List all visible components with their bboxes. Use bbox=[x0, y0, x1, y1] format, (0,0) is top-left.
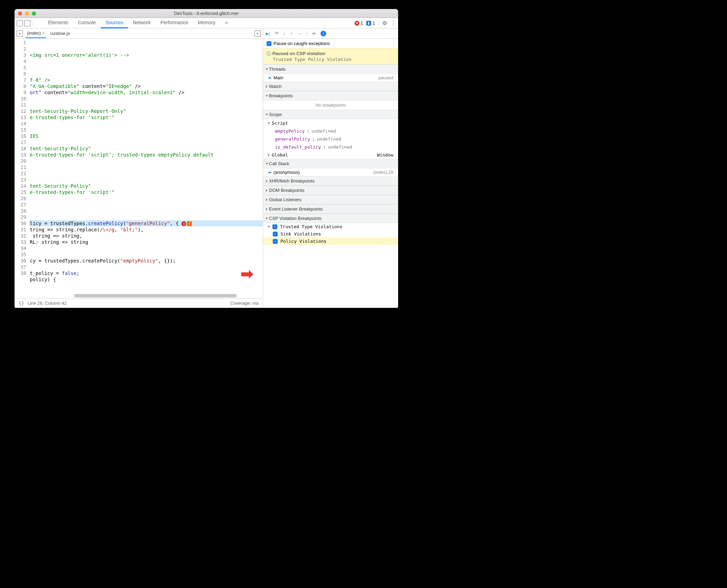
checkbox-checked-icon[interactable]: ✓ bbox=[273, 232, 278, 237]
main-body: ▸ (index) × runtime.js ▸ 123456789101112… bbox=[15, 28, 398, 308]
more-icon[interactable]: ⋮ bbox=[391, 20, 396, 26]
deactivate-breakpoints-icon[interactable]: ⇏ bbox=[312, 31, 316, 36]
code-line[interactable]: "X-UA-Compatible" content="IE=edge" /> bbox=[29, 83, 263, 89]
scope-variable[interactable]: emptyPolicy: undefined bbox=[263, 127, 398, 135]
code-line[interactable] bbox=[29, 208, 263, 214]
pretty-print-icon[interactable]: ▸ bbox=[254, 30, 261, 37]
close-button[interactable] bbox=[18, 11, 22, 16]
tab-sources[interactable]: Sources bbox=[101, 18, 128, 28]
watch-header[interactable]: Watch bbox=[263, 82, 398, 91]
code-line[interactable] bbox=[29, 121, 263, 127]
error-counter[interactable]: ✕1 bbox=[354, 21, 363, 26]
code-editor[interactable]: 1234567891011121314151617181920212223242… bbox=[15, 39, 263, 298]
format-icon[interactable]: {} bbox=[19, 301, 24, 306]
checkbox-checked-icon[interactable]: ✓ bbox=[267, 41, 271, 46]
code-line[interactable] bbox=[29, 195, 263, 202]
code-line[interactable] bbox=[29, 58, 263, 64]
step-out-icon[interactable]: ↑ bbox=[290, 31, 293, 36]
close-tab-icon[interactable]: × bbox=[42, 30, 45, 36]
code-line[interactable]: policy) { bbox=[29, 276, 263, 283]
code-line[interactable]: <img src=1 onerror='alert(1)'> --> bbox=[29, 52, 263, 58]
step-icon[interactable]: → bbox=[297, 31, 302, 36]
code-line[interactable] bbox=[29, 202, 263, 208]
csp-sink-row[interactable]: ✓ Sink Violations bbox=[263, 230, 398, 238]
pause-exceptions-icon[interactable]: || bbox=[321, 31, 326, 36]
message-counter[interactable]: ▮1 bbox=[366, 21, 375, 26]
csp-trusted-type-row[interactable]: ✓ Trusted Type Violations bbox=[263, 223, 398, 230]
file-tab-index[interactable]: (index) × bbox=[26, 29, 46, 38]
file-tab-runtime[interactable]: runtime.js bbox=[49, 29, 71, 38]
section-header[interactable]: Global Listeners bbox=[263, 195, 398, 204]
code-line[interactable]: e-trusted-types-for 'script'; trusted-ty… bbox=[29, 152, 263, 158]
callstack-frame[interactable]: ➡ (anonymous) (index):28 bbox=[263, 168, 398, 176]
scope-script[interactable]: Script bbox=[263, 119, 398, 127]
divider bbox=[378, 20, 379, 26]
code-line[interactable]: string => string, bbox=[29, 233, 263, 239]
code-line[interactable]: tent-Security-Policy" bbox=[29, 183, 263, 189]
code-line[interactable] bbox=[29, 127, 263, 133]
code-line[interactable] bbox=[29, 283, 263, 289]
csp-policy-row[interactable]: ✓ Policy Violations bbox=[263, 238, 398, 245]
code-line[interactable] bbox=[29, 245, 263, 251]
scope-variable[interactable]: is_default_policy: undefined bbox=[263, 143, 398, 151]
code-line[interactable] bbox=[29, 102, 263, 108]
checkbox-checked-icon[interactable]: ✓ bbox=[272, 224, 277, 229]
debugger-toolbar: ▸| ↷ ↓ ↑ → ⇏ || bbox=[263, 28, 398, 39]
code-line[interactable]: e-trusted-types-for 'script'" bbox=[29, 114, 263, 121]
pause-caught-row[interactable]: ✓ Pause on caught exceptions bbox=[263, 39, 398, 48]
code-line[interactable] bbox=[29, 64, 263, 71]
tab-elements[interactable]: Elements bbox=[43, 18, 73, 28]
code-line[interactable]: tent-Security-Policy-Report-Only" bbox=[29, 108, 263, 114]
inspect-icon[interactable] bbox=[17, 20, 23, 26]
code-line[interactable] bbox=[29, 251, 263, 258]
code-line[interactable]: tent-Security-Policy" bbox=[29, 145, 263, 152]
scope-header[interactable]: Scope bbox=[263, 110, 398, 119]
code-line[interactable]: RL: string => string bbox=[29, 239, 263, 245]
resume-icon[interactable]: ▸| bbox=[266, 30, 270, 37]
code-line[interactable] bbox=[29, 164, 263, 170]
code-line[interactable]: t_policy = false; bbox=[29, 270, 263, 276]
breakpoints-header[interactable]: Breakpoints bbox=[263, 91, 398, 100]
code-content[interactable]: <img src=1 onerror='alert(1)'> -->f-8" /… bbox=[29, 39, 263, 298]
code-line[interactable]: licy = trustedTypes.createPolicy("genera… bbox=[29, 220, 263, 226]
code-line[interactable]: IES bbox=[29, 133, 263, 139]
settings-icon[interactable]: ⚙ bbox=[382, 20, 387, 26]
section-header[interactable]: Event Listener Breakpoints bbox=[263, 204, 398, 214]
code-line[interactable] bbox=[29, 71, 263, 77]
code-line[interactable]: e-trusted-types-for 'script'" bbox=[29, 189, 263, 195]
code-line[interactable] bbox=[29, 96, 263, 102]
scope-variable[interactable]: generalPolicy: undefined bbox=[263, 135, 398, 143]
checkbox-checked-icon[interactable]: ✓ bbox=[273, 239, 278, 244]
threads-header[interactable]: Threads bbox=[263, 64, 398, 74]
device-toggle-icon[interactable] bbox=[24, 20, 30, 26]
code-line[interactable]: tring => string.replace(/\</g, "&lt;"), bbox=[29, 226, 263, 233]
code-line[interactable] bbox=[29, 214, 263, 220]
thread-main[interactable]: ➡ Main paused bbox=[263, 74, 398, 82]
tab-performance[interactable]: Performance bbox=[155, 18, 193, 28]
inline-error-icons[interactable]: ✕! bbox=[181, 221, 192, 226]
horizontal-scrollbar[interactable] bbox=[74, 294, 237, 297]
scope-global[interactable]: Global Window bbox=[263, 151, 398, 159]
minimize-button[interactable] bbox=[25, 11, 29, 16]
zoom-button[interactable] bbox=[32, 11, 36, 16]
section-header[interactable]: DOM Breakpoints bbox=[263, 186, 398, 195]
code-line[interactable] bbox=[29, 158, 263, 164]
code-line[interactable]: f-8" /> bbox=[29, 77, 263, 83]
tab-console[interactable]: Console bbox=[73, 18, 100, 28]
step-over-icon[interactable]: ↷ bbox=[275, 31, 278, 36]
code-line[interactable] bbox=[29, 139, 263, 145]
code-line[interactable] bbox=[29, 264, 263, 270]
code-line[interactable] bbox=[29, 170, 263, 177]
section-header[interactable]: XHR/fetch Breakpoints bbox=[263, 176, 398, 186]
tab-memory[interactable]: Memory bbox=[193, 18, 221, 28]
callstack-header[interactable]: Call Stack bbox=[263, 159, 398, 168]
tab-network[interactable]: Network bbox=[128, 18, 155, 28]
step-into-icon[interactable]: ↓ bbox=[283, 31, 286, 36]
code-line[interactable]: cy = trustedTypes.createPolicy("emptyPol… bbox=[29, 258, 263, 264]
code-line[interactable] bbox=[29, 177, 263, 183]
code-line[interactable]: ort" content="width=device-width, initia… bbox=[29, 89, 263, 96]
navigator-toggle-icon[interactable]: ▸ bbox=[17, 30, 23, 37]
file-tabs: ▸ (index) × runtime.js ▸ bbox=[15, 28, 263, 39]
section-header[interactable]: CSP Violation Breakpoints bbox=[263, 214, 398, 223]
tab-overflow[interactable]: » bbox=[220, 18, 233, 28]
